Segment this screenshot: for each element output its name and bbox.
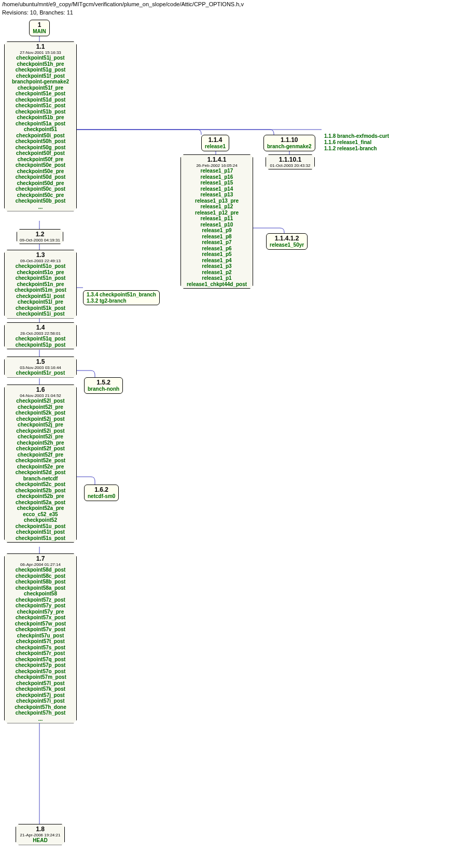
tag-label: release1_p9 (183, 227, 251, 234)
tag-label: release1_p13 (183, 192, 251, 198)
tag-label: checkpoint58c_post (7, 573, 74, 579)
tag-label: checkpoint52d_post (7, 469, 74, 476)
rev-1.6-timestamp: 04-Nov-2003 21:04:52 (7, 393, 74, 398)
tag-label: checkpoint51t_post (7, 529, 74, 535)
rev-1.8: 1.8 21-Apr-2006 19:24:21 HEAD (16, 824, 65, 845)
rev-1.2-version: 1.2 (19, 231, 61, 238)
rev-1.7-tags: checkpoint58d_postcheckpoint58c_postchec… (7, 567, 74, 716)
tag-label: checkpoint52b_post (7, 488, 74, 494)
rev-1.1.10.1: 1.1.10.1 01-Oct-2003 20:43:32 (266, 154, 315, 169)
root-label: MAIN (33, 29, 46, 35)
tag-label: checkpoint57w_post (7, 621, 74, 627)
tag-label: checkpoint51c_post (7, 103, 74, 109)
branch-1.5.2-label: branch-nonh (88, 386, 119, 392)
tag-label: checkpoint50b_post (7, 198, 74, 204)
tag-label: release1_p13_pre (183, 198, 251, 204)
tag-label: ecco_c52_e35 (7, 511, 74, 518)
rev-1.8-version: 1.8 (18, 826, 62, 833)
tag-label: HEAD (18, 837, 62, 844)
branch-1.1.4: 1.1.4 release1 (201, 135, 229, 151)
branch-1.1.10-label: branch-genmake2 (267, 144, 312, 150)
rev-1.4-tags: checkpoint51q_postcheckpoint51p_post (7, 336, 74, 348)
tag-label: release1_chkpt44d_post (183, 281, 251, 288)
rev-1.6: 1.6 04-Nov-2003 21:04:52 checkpoint52l_p… (4, 385, 77, 543)
rev-1.5-timestamp: 03-Nov-2003 03:16:44 (7, 365, 74, 370)
rev-1.3-timestamp: 09-Oct-2003 22:49:13 (7, 259, 74, 263)
root-version: 1 (33, 21, 46, 29)
branch-1.1.4-label: release1 (205, 144, 226, 150)
tag-label: checkpoint50c_pre (7, 192, 74, 198)
tag-label: checkpoint57x_post (7, 615, 74, 621)
rev-1.1-ellipsis: ... (7, 204, 74, 210)
rev-1.1-version: 1.1 (7, 43, 74, 50)
branch-list-1.3: 1.3.4 checkpoint51n_branch 1.3.2 tg2-bra… (83, 290, 160, 305)
tag-label: branchpoint-genmake2 (7, 79, 74, 85)
tag-label: checkpoint52i_pre (7, 434, 74, 440)
rev-1.4-version: 1.4 (7, 324, 74, 331)
branch-line: 1.1.2 release1-branch (324, 146, 389, 152)
rev-1.8-tags: HEAD (18, 837, 62, 844)
rev-1.7-timestamp: 06-Apr-2004 01:27:14 (7, 562, 74, 567)
rev-1.7-ellipsis: ... (7, 716, 74, 722)
tag-label: checkpoint57m_post (7, 674, 74, 680)
tag-label: checkpoint58d_post (7, 567, 74, 573)
rev-1.5-tags: checkpoint51r_post (7, 370, 74, 376)
tag-label: checkpoint57h_post (7, 710, 74, 716)
tag-label: checkpoint52c_post (7, 481, 74, 488)
rev-1.6-version: 1.6 (7, 386, 74, 393)
tag-label: release1_p12 (183, 204, 251, 210)
rev-1.3-tags: checkpoint51o_postcheckpoint51o_precheck… (7, 263, 74, 317)
tag-label: checkpoint57p_post (7, 662, 74, 668)
branch-1.5.2-version: 1.5.2 (88, 379, 119, 386)
tag-label: release1_p6 (183, 246, 251, 252)
rev-1.8-timestamp: 21-Apr-2006 19:24:21 (18, 833, 62, 837)
tag-label: checkpoint52l_pre (7, 404, 74, 410)
tag-label: checkpoint52e_post (7, 458, 74, 464)
tag-label: checkpoint57y_pre (7, 609, 74, 615)
rev-1.4-timestamp: 28-Oct-2003 22:58:01 (7, 331, 74, 336)
branch-1.3.2: 1.3.2 tg2-branch (87, 298, 156, 304)
tag-label: checkpoint51m_post (7, 287, 74, 293)
tag-label: checkpoint50f_post (7, 150, 74, 156)
tag-label: checkpoint57r_post (7, 650, 74, 657)
branch-line: 1.1.6 release1_final (324, 139, 389, 146)
tag-label: checkpoint51b_pre (7, 115, 74, 121)
rev-1.7: 1.7 06-Apr-2004 01:27:14 checkpoint58d_p… (4, 553, 77, 723)
branch-list-1.1.x: 1.1.8 branch-exfmods-curt1.1.6 release1_… (324, 133, 389, 152)
root-node: 1 MAIN (29, 20, 50, 36)
tag-label: checkpoint51a_post (7, 121, 74, 127)
rev-1.1.4.1-version: 1.1.4.1 (183, 156, 251, 163)
tag-label: checkpoint58a_post (7, 585, 74, 591)
branch-line: 1.1.8 branch-exfmods-curt (324, 133, 389, 139)
tag-label: checkpoint52f_post (7, 446, 74, 452)
tag-label: checkpoint50e_post (7, 162, 74, 168)
tag-label: checkpoint50i_post (7, 133, 74, 139)
tag-label: checkpoint51p_post (7, 342, 74, 348)
tag-label: checkpoint52b_pre (7, 493, 74, 500)
branch-1.5.2: 1.5.2 branch-nonh (84, 377, 123, 394)
rev-1.4: 1.4 28-Oct-2003 22:58:01 checkpoint51q_p… (4, 322, 77, 349)
rev-1.1.10.1-version: 1.1.10.1 (268, 156, 312, 163)
branch-1.6.2-label: netcdf-sm0 (88, 493, 115, 500)
rev-info: Revisions: 10, Branches: 11 (0, 8, 459, 17)
tag-label: checkpoint50e_pre (7, 168, 74, 175)
tag-label: release1_p17 (183, 168, 251, 174)
tag-label: release1_p10 (183, 222, 251, 228)
rev-1.3: 1.3 09-Oct-2003 22:49:13 checkpoint51o_p… (4, 250, 77, 319)
tag-label: checkpoint57j_post (7, 692, 74, 699)
tag-label: release1_p4 (183, 258, 251, 264)
tag-label: checkpoint57o_post (7, 668, 74, 675)
tag-label: checkpoint51d_post (7, 97, 74, 103)
tag-label: release1_p12_pre (183, 210, 251, 216)
rev-1.1.4.1-tags: release1_p17release1_p16release1_p15rele… (183, 168, 251, 287)
tag-label: release1_p11 (183, 216, 251, 222)
tag-label: checkpoint52e_pre (7, 464, 74, 470)
tag-label: release1_p2 (183, 269, 251, 276)
tag-label: checkpoint51q_post (7, 336, 74, 342)
rev-1.1.10.1-timestamp: 01-Oct-2003 20:43:32 (268, 163, 312, 168)
rev-1.1-tags: checkpoint51j_postcheckpoint51h_precheck… (7, 55, 74, 204)
tag-label: checkpoint52i_post (7, 428, 74, 434)
tag-label: checkpoint51n_pre (7, 281, 74, 288)
branch-1.3.4: 1.3.4 checkpoint51n_branch (87, 292, 156, 298)
tag-label: checkpoint50d_post (7, 174, 74, 180)
